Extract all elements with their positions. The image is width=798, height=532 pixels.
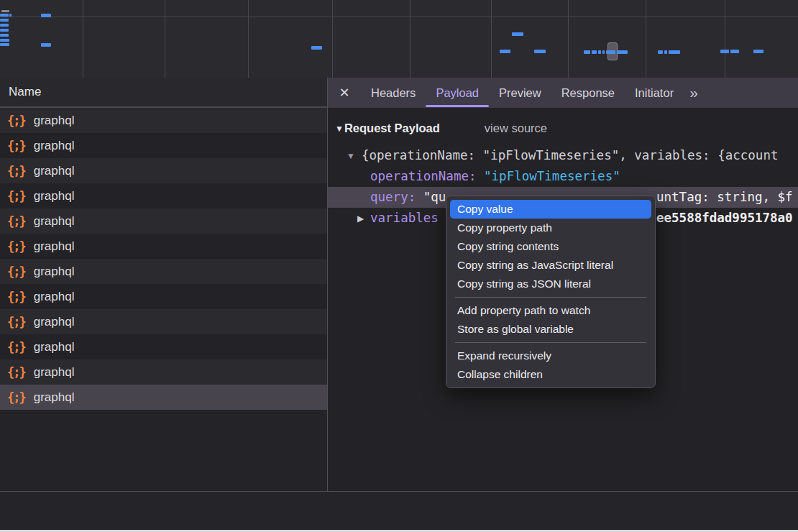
waterfall-bar (730, 50, 739, 53)
network-request-row[interactable]: {;}graphql (0, 208, 327, 234)
waterfall-bar (311, 46, 322, 50)
request-name-label: graphql (34, 139, 75, 153)
overview-vertical-gridline (568, 0, 569, 78)
waterfall-bar (534, 50, 546, 53)
overview-vertical-gridline (332, 0, 333, 78)
json-braces-icon: {;} (7, 189, 25, 203)
waterfall-bar (0, 19, 9, 22)
devtools-network-panel: Name {;}graphql{;}graphql{;}graphql{;}gr… (0, 0, 798, 532)
request-name-label: graphql (34, 290, 75, 304)
menu-item-expand-recursively[interactable]: Expand recursively (450, 347, 651, 365)
network-request-row[interactable]: {;}graphql (0, 133, 327, 158)
waterfall-bar (606, 50, 607, 54)
request-name-label: graphql (34, 265, 75, 279)
section-title: Request Payload (344, 121, 440, 134)
overview-vertical-gridline (410, 0, 411, 78)
overview-vertical-gridline (725, 0, 725, 78)
network-overview-timeline[interactable] (0, 0, 798, 79)
payload-summary-row[interactable]: ▼{operationName: "ipFlowTimeseries", var… (328, 145, 798, 166)
network-request-row[interactable]: {;}graphql (0, 259, 327, 284)
request-name-label: graphql (34, 340, 75, 354)
tab-response[interactable]: Response (551, 78, 625, 108)
json-braces-icon: {;} (7, 164, 25, 178)
waterfall-bar (512, 32, 523, 36)
waterfall-bar (608, 50, 615, 54)
request-name-label: graphql (34, 239, 75, 254)
menu-item-add-property-path-to-watch[interactable]: Add property path to watch (450, 301, 651, 320)
status-bar-area (0, 492, 798, 530)
waterfall-bar (0, 24, 9, 27)
menu-separator (455, 342, 646, 343)
waterfall-bar (753, 50, 763, 53)
network-request-row[interactable]: {;}graphql (0, 158, 327, 183)
waterfall-bar (41, 43, 51, 47)
overview-horizontal-gridline (0, 17, 798, 17)
json-braces-icon: {;} (7, 114, 25, 128)
json-braces-icon: {;} (7, 239, 25, 254)
request-payload-section-header[interactable]: ▼Request Payloadview source (335, 118, 798, 138)
request-name-label: graphql (34, 114, 75, 128)
network-request-row[interactable]: {;}graphql (0, 385, 327, 410)
network-request-row[interactable]: {;}graphql (0, 359, 327, 385)
tab-payload[interactable]: Payload (426, 78, 489, 108)
request-name-label: graphql (34, 214, 75, 229)
tab-initiator[interactable]: Initiator (625, 78, 684, 108)
payload-summary-text: {operationName: "ipFlowTimeseries", vari… (362, 148, 778, 162)
menu-item-copy-string-as-json-literal[interactable]: Copy string as JSON literal (450, 275, 651, 293)
menu-item-copy-property-path[interactable]: Copy property path (450, 219, 651, 237)
network-request-row[interactable]: {;}graphql (0, 183, 327, 208)
menu-item-copy-string-as-javascript-literal[interactable]: Copy string as JavaScript literal (450, 256, 651, 275)
waterfall-bar (584, 50, 590, 54)
waterfall-bar (669, 50, 680, 54)
menu-item-collapse-children[interactable]: Collapse children (450, 365, 651, 384)
menu-item-copy-string-contents[interactable]: Copy string contents (450, 237, 651, 256)
property-value-right: untTag: string, $f (656, 187, 793, 208)
waterfall-bar (664, 50, 667, 54)
json-braces-icon: {;} (7, 265, 25, 279)
waterfall-bar (41, 14, 51, 17)
property-key: variables (370, 211, 439, 225)
waterfall-bar (500, 50, 510, 53)
disclosure-triangle-icon[interactable]: ▼ (328, 146, 362, 166)
json-braces-icon: {;} (7, 340, 25, 354)
json-braces-icon: {;} (7, 390, 25, 405)
json-braces-icon: {;} (7, 214, 25, 229)
menu-item-copy-value[interactable]: Copy value (450, 200, 651, 219)
overview-vertical-gridline (83, 0, 83, 78)
network-request-row[interactable]: {;}graphql (0, 284, 327, 309)
name-column-header[interactable]: Name (0, 78, 327, 108)
section-disclosure-icon[interactable]: ▼ (335, 124, 344, 134)
disclosure-triangle-icon[interactable]: ▶ (328, 208, 370, 229)
view-source-link[interactable]: view source (485, 118, 547, 138)
tab-preview[interactable]: Preview (489, 78, 551, 108)
network-request-row[interactable]: {;}graphql (0, 334, 327, 359)
payload-row-operationname[interactable]: operationName: "ipFlowTimeseries" (328, 166, 798, 187)
json-braces-icon: {;} (7, 290, 25, 304)
waterfall-bar (617, 50, 628, 54)
waterfall-bar (602, 50, 605, 54)
property-value-right: ee5588fdad995178a0 (656, 208, 793, 229)
property-key: query: (370, 190, 416, 204)
network-request-row[interactable]: {;}graphql (0, 234, 327, 259)
close-icon[interactable]: ✕ (336, 85, 352, 101)
network-request-row[interactable]: {;}graphql (0, 108, 327, 133)
waterfall-bar (9, 14, 12, 17)
menu-separator (455, 297, 646, 298)
more-tabs-icon[interactable]: » (689, 84, 697, 101)
menu-item-store-as-global-variable[interactable]: Store as global variable (450, 320, 651, 339)
tab-headers[interactable]: Headers (361, 78, 426, 108)
waterfall-bar (658, 50, 663, 54)
request-name-label: graphql (34, 390, 75, 405)
waterfall-bar (720, 50, 729, 53)
property-value: "ipFlowTimeseries" (477, 169, 620, 183)
context-menu: Copy valueCopy property pathCopy string … (446, 196, 656, 388)
request-name-label: graphql (34, 189, 75, 203)
overview-mini-bar (1, 10, 9, 12)
overview-vertical-gridline (248, 0, 249, 78)
waterfall-bar (0, 34, 9, 37)
network-request-row[interactable]: {;}graphql (0, 309, 327, 334)
request-name-label: graphql (34, 164, 75, 178)
waterfall-bar (0, 14, 9, 17)
json-braces-icon: {;} (7, 365, 25, 380)
json-braces-icon: {;} (7, 139, 25, 153)
